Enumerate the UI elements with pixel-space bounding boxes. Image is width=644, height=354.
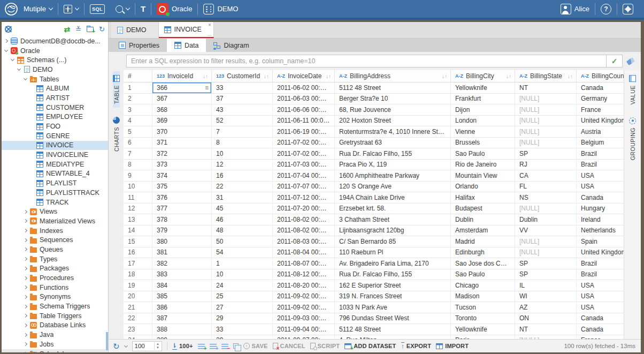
- tree-item-tables[interactable]: Tables: [2, 74, 108, 84]
- grid-cell[interactable]: 381: [152, 247, 212, 259]
- grid-cell[interactable]: Frankfurt: [451, 94, 515, 105]
- search-button[interactable]: [110, 0, 135, 18]
- row-number[interactable]: 9: [124, 170, 152, 182]
- grid-cell[interactable]: 368: [152, 104, 212, 116]
- grid-cell[interactable]: 380: [152, 236, 212, 247]
- grid-cell[interactable]: 2011-06-06 00:00:00: [273, 104, 335, 116]
- table-row[interactable]: 21386272011-09-02 00:00:001033 N Park Av…: [124, 302, 624, 313]
- table-row[interactable]: 20385252011-09-02 00:00:00319 N. Frances…: [124, 291, 624, 303]
- grid-cell[interactable]: 379: [152, 225, 212, 237]
- tree-item-playlisttrack[interactable]: PLAYLISTTRACK: [2, 188, 108, 198]
- grid-cell[interactable]: NS: [515, 192, 577, 204]
- grid-cell[interactable]: United Kingdom: [577, 247, 624, 259]
- fetch-size-stepper[interactable]: ▲▼: [154, 342, 162, 349]
- grid-cell[interactable]: 202 Hoxton Street: [335, 116, 451, 127]
- table-row[interactable]: 2367372011-06-03 00:00:00Berger Stra?e 1…: [124, 94, 624, 105]
- tree-item-java[interactable]: Java: [2, 330, 108, 340]
- grid-cell[interactable]: WI: [515, 291, 577, 303]
- grid-cell[interactable]: 10: [212, 148, 273, 160]
- expand-chevron-icon[interactable]: [24, 276, 27, 280]
- tree-item-invoiceline[interactable]: INVOICELINE: [2, 150, 108, 160]
- grid-cell[interactable]: 2011-09-03 00:00:00: [273, 313, 335, 325]
- tab-invoice[interactable]: INVOICE × ...: [159, 22, 214, 38]
- tree-item-database-links[interactable]: Database Links: [2, 321, 108, 330]
- grid-cell[interactable]: 374: [152, 170, 212, 182]
- expand-chevron-icon[interactable]: [24, 285, 27, 289]
- script-button[interactable]: SCRIPT: [310, 343, 340, 349]
- grid-cell[interactable]: 389: [152, 335, 212, 340]
- tree-item-types[interactable]: Types: [2, 254, 108, 264]
- tree-item-oracle[interactable]: Oracle: [2, 46, 108, 56]
- cancel-button[interactable]: CANCEL: [273, 343, 305, 349]
- table-row[interactable]: 7372102011-07-02 00:00:00Rua Dr. Falcao …: [124, 148, 624, 160]
- row-number[interactable]: 18: [124, 269, 152, 281]
- sql-filter-input[interactable]: [127, 55, 606, 67]
- table-row[interactable]: 8373122011-07-03 00:00:00Praca Pio X, 11…: [124, 160, 624, 171]
- tree-item-demo[interactable]: DEMO: [2, 65, 108, 74]
- expand-chevron-icon[interactable]: [24, 333, 27, 337]
- table-row[interactable]: 1738212011-08-07 00:00:00Av. Brigadeiro …: [124, 258, 624, 269]
- format-button[interactable]: T: [135, 0, 151, 18]
- grid-cell[interactable]: 382: [152, 258, 212, 269]
- tree-item-customer[interactable]: CUSTOMER: [2, 103, 108, 112]
- column-header[interactable]: 123 CustomerId ↓↑: [212, 70, 273, 82]
- add-dataset-button[interactable]: ADD DATASET: [344, 343, 396, 349]
- grid-cell[interactable]: USA: [577, 302, 624, 313]
- grid-cell[interactable]: 796 Dundas Street West: [335, 313, 451, 325]
- grid-cell[interactable]: 2011-06-19 00:00:00: [273, 126, 335, 138]
- row-number[interactable]: 5: [124, 126, 152, 138]
- grid-cell[interactable]: Halifax: [451, 192, 515, 204]
- grid-cell[interactable]: 375: [152, 182, 212, 193]
- grid-cell[interactable]: 27: [212, 302, 273, 313]
- grid-cell[interactable]: Toronto: [451, 313, 515, 325]
- expand-chevron-icon[interactable]: [24, 267, 27, 270]
- grid-cell[interactable]: 24: [212, 280, 273, 291]
- grid-cell[interactable]: 388: [152, 324, 212, 335]
- sql-editor-button[interactable]: SQL: [85, 0, 110, 18]
- grid-cell[interactable]: Berger Stra?e 10: [335, 94, 451, 105]
- grid-cell[interactable]: 2011-07-20 00:00:00: [273, 204, 335, 215]
- tree-item-schedul[interactable]: Schedul...: [2, 349, 108, 352]
- grid-cell[interactable]: Ireland: [577, 214, 624, 225]
- row-number[interactable]: 10: [124, 182, 152, 193]
- chevron-down-icon[interactable]: [124, 343, 128, 347]
- app-logo-icon[interactable]: [4, 2, 18, 16]
- grid-cell[interactable]: Dublin: [451, 214, 515, 225]
- tree-item-mediatype[interactable]: MEDIATYPE: [2, 160, 108, 169]
- table-row[interactable]: 14379482011-08-02 00:00:00Lijnbaansgrach…: [124, 225, 624, 237]
- tree-item-views[interactable]: Views: [2, 207, 108, 216]
- row-number[interactable]: 23: [124, 324, 152, 335]
- grid-cell[interactable]: 29: [212, 313, 273, 325]
- row-number[interactable]: 13: [124, 214, 152, 225]
- grid-cell[interactable]: [NULL]: [515, 94, 577, 105]
- grid-cell[interactable]: 376: [152, 192, 212, 204]
- grid-cell[interactable]: Rua Dr. Falcao Filho, 155: [335, 269, 451, 281]
- grid-cell[interactable]: 50: [212, 236, 273, 247]
- tree-scrollbar-thumb[interactable]: [106, 332, 108, 350]
- grid-cell[interactable]: [NULL]: [515, 204, 577, 215]
- sort-icon[interactable]: ↓↑: [442, 73, 447, 79]
- table-row[interactable]: 16381542011-08-04 00:00:00110 Raeburn Pl…: [124, 247, 624, 259]
- grid-cell[interactable]: Madison: [451, 291, 515, 303]
- expand-chevron-icon[interactable]: [24, 352, 27, 352]
- grid-cell[interactable]: 385: [152, 291, 212, 303]
- tree-item-artist[interactable]: ARTIST: [2, 93, 108, 103]
- grid-cell[interactable]: 2011-06-03 00:00:00: [273, 94, 335, 105]
- grid-cell[interactable]: [NULL]: [515, 104, 577, 116]
- grid-cell[interactable]: Orlando: [451, 182, 515, 193]
- grid-cell[interactable]: CA: [515, 170, 577, 182]
- settings-button[interactable]: [617, 0, 639, 18]
- grid-cell[interactable]: 194A Chain Lake Drive: [335, 192, 451, 204]
- row-number[interactable]: 8: [124, 160, 152, 171]
- grid-cell[interactable]: Tucson: [451, 302, 515, 313]
- grid-cell[interactable]: Austria: [577, 126, 624, 138]
- table-row[interactable]: 10375222011-07-07 00:00:00120 S Orange A…: [124, 182, 624, 193]
- grid-cell[interactable]: 7: [212, 126, 273, 138]
- grid-cell[interactable]: SP: [515, 269, 577, 281]
- grid-cell[interactable]: Canada: [577, 192, 624, 204]
- grid-cell[interactable]: 12: [212, 160, 273, 171]
- add-row-icon[interactable]: [198, 343, 205, 349]
- grid-cell[interactable]: Gretrystraat 63: [335, 138, 451, 149]
- grid-cell[interactable]: 5112 48 Street: [335, 324, 451, 335]
- tree-item-foo[interactable]: FOO: [2, 122, 108, 131]
